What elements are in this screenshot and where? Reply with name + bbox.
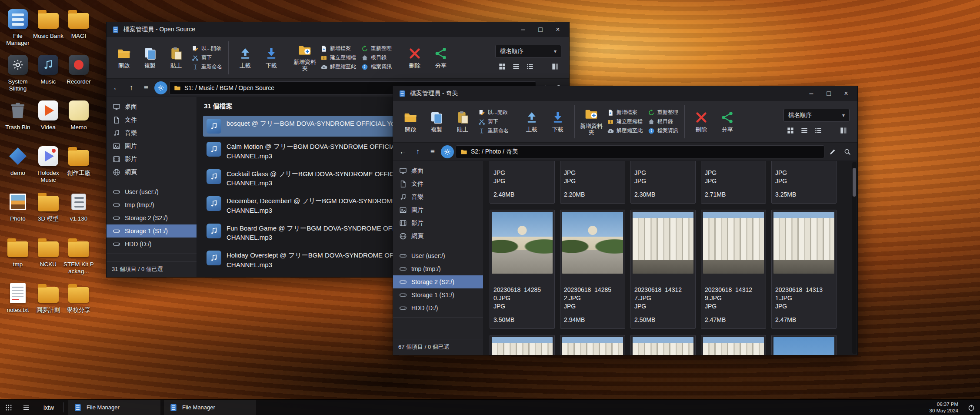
settings-button[interactable] [154,81,167,94]
desktop-icon-holodex-music[interactable]: Holodex Music [33,144,63,190]
sort-order-select[interactable]: 檔名順序▾ [783,109,850,122]
back-button[interactable]: ← [397,145,410,158]
download-button[interactable]: 下載 [545,104,571,140]
minimize-button[interactable]: – [803,87,820,100]
photo-cell[interactable]: 20230618_142852.JPGJPG2.94MB [560,210,625,329]
sidebar-item-documents[interactable]: 文件 [107,114,197,127]
desktop-icon-magi[interactable]: MAGI [63,7,94,53]
view-grid-button[interactable] [498,62,507,71]
view-columns-button[interactable] [551,62,560,71]
photo-cell-partial[interactable]: JPGJPG2.48MB [490,161,555,204]
desktop-icon-notes-txt[interactable]: notes.txt [3,281,33,327]
paste-button[interactable]: 貼上 [450,104,476,140]
desktop-icon-tmp[interactable]: tmp [3,235,33,281]
photo-cell-partial[interactable]: JPGJPG2.20MB [560,161,625,204]
upload-button[interactable]: 上載 [519,104,545,140]
up-button[interactable]: ↑ [411,145,424,158]
copy-button[interactable]: 複製 [137,40,163,76]
view-grid-button[interactable] [786,126,795,135]
new-file-button[interactable]: 新增檔案 [607,109,643,116]
copy-button[interactable]: 複製 [423,104,450,140]
sidebar-item-user-drive[interactable]: User (user:/) [107,185,197,198]
desktop-icon-stem-kit[interactable]: STEM Kit P ackag... [63,235,94,281]
open-button[interactable]: 開啟 [111,40,137,76]
sidebar-item-videos[interactable]: 影片 [393,217,483,230]
refresh-button[interactable]: 重新整理 [361,45,392,52]
taskbar-task-file-manager-2[interactable]: File Manager [164,400,256,415]
photo-cell[interactable]: 20230618_143129.JPGJPG2.47MB [701,210,766,329]
photo-cell-partial[interactable]: JPGJPG2.71MB [701,161,766,204]
desktop-icon-dream-plan[interactable]: 圓夢計劃 [33,281,63,327]
photo-cell-partial[interactable] [771,335,837,355]
sidebar-item-desktop[interactable]: 桌面 [107,100,197,114]
desktop-icon-demo[interactable]: demo [3,144,33,190]
view-list-button[interactable] [800,126,809,135]
path-field[interactable]: S2: / Photo / 奇美 [456,145,824,158]
rename-button[interactable]: 重新命名 [192,63,222,70]
back-button[interactable]: ← [110,81,123,94]
photo-cell-partial[interactable] [630,335,696,355]
minimize-button[interactable]: – [514,23,532,36]
sidebar-item-web[interactable]: 網頁 [393,230,483,243]
sidebar-item-storage2[interactable]: Storage 2 (S2:/) [107,211,197,224]
rename-button[interactable]: 重新命名 [478,127,509,134]
sidebar-item-music[interactable]: 音樂 [393,191,483,204]
new-folder-button[interactable]: 新增資料夾 [292,40,318,76]
desktop-icon-v1130[interactable]: v1.130 [63,190,94,235]
sidebar-item-tmp-drive[interactable]: tmp (tmp:/) [393,262,483,275]
photo-cell-partial[interactable] [701,335,766,355]
share-button[interactable]: 分享 [714,104,740,140]
file-info-button[interactable]: 檔案資訊 [648,127,678,134]
refresh-button[interactable]: 重新整理 [648,109,678,116]
download-button[interactable]: 下載 [258,40,284,76]
desktop-icon-school-share[interactable]: 學校分享 [63,281,94,327]
view-list-button[interactable] [512,62,520,71]
share-button[interactable]: 分享 [428,40,454,76]
desktop-icon-ncku[interactable]: NCKU [33,235,63,281]
menu-button[interactable]: ≡ [140,81,153,94]
search-button[interactable] [841,145,854,158]
desktop-icon-memo[interactable]: Memo [63,98,94,144]
scrollbar[interactable] [852,162,857,354]
desktop-icon-videa[interactable]: Videa [33,98,63,144]
photo-cell[interactable]: 20230618_142850.JPGJPG3.50MB [490,210,555,329]
sidebar-item-music[interactable]: 音樂 [107,127,197,140]
open-with-button[interactable]: 以...開啟 [192,45,222,52]
edit-path-button[interactable] [826,145,839,158]
new-file-button[interactable]: 新增檔案 [320,45,356,52]
view-detail-button[interactable] [526,62,534,71]
extract-here-button[interactable]: 解壓縮至此 [320,63,356,70]
cut-button[interactable]: 剪下 [192,54,222,61]
photo-cell-partial[interactable] [560,335,625,355]
photo-cell-partial[interactable]: JPGJPG2.30MB [630,161,696,204]
sidebar-item-tmp-drive[interactable]: tmp (tmp:/) [107,198,197,211]
create-archive-button[interactable]: 建立壓縮檔 [607,118,643,125]
photo-cell[interactable]: 20230618_143131.JPGJPG2.47MB [771,210,837,329]
upload-button[interactable]: 上載 [232,40,258,76]
titlebar[interactable]: 檔案管理員 - Open Source – □ × [107,22,569,37]
new-folder-button[interactable]: 新增資料夾 [578,104,604,140]
photo-cell-partial[interactable]: JPGJPG3.25MB [771,161,837,204]
settings-button[interactable] [441,145,454,158]
close-button[interactable]: × [549,23,567,36]
extract-here-button[interactable]: 解壓縮至此 [607,127,643,134]
desktop-icon-file-manager[interactable]: File Manager [3,7,33,53]
create-archive-button[interactable]: 建立壓縮檔 [320,54,356,61]
root-dir-button[interactable]: 根目錄 [361,54,392,61]
taskbar-task-file-manager-1[interactable]: File Manager [68,400,160,415]
maximize-button[interactable]: □ [820,87,837,100]
sidebar-item-storage1[interactable]: Storage 1 (S1:/) [393,288,483,301]
desktop-icon-music-bank[interactable]: Music Bank [33,7,63,53]
desktop-icon-recorder[interactable]: Recorder [63,53,94,98]
desktop-icon-trash-bin[interactable]: Trash Bin [3,98,33,144]
file-info-button[interactable]: 檔案資訊 [361,63,392,70]
sidebar-item-storage2[interactable]: Storage 2 (S2:/) [393,275,483,288]
sidebar-item-documents[interactable]: 文件 [393,177,483,191]
desktop-icon-3d-models[interactable]: 3D 模型 [33,190,63,235]
input-method-indicator[interactable]: ixtw [35,400,63,415]
sidebar-item-desktop[interactable]: 桌面 [393,164,483,177]
sort-order-select[interactable]: 檔名順序▾ [495,45,561,58]
open-button[interactable]: 開啟 [397,104,423,140]
taskbar-menu-button[interactable] [17,400,35,415]
photo-cell[interactable]: 20230618_143127.JPGJPG2.50MB [630,210,696,329]
